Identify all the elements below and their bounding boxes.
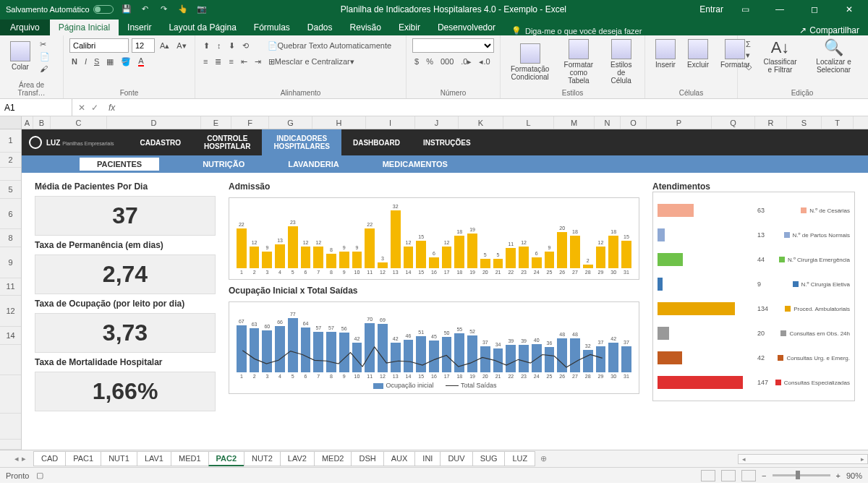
- nav-item-2[interactable]: INDICADORESHOSPITALARES: [262, 129, 341, 155]
- cancel-formula-icon[interactable]: ✕: [78, 103, 85, 113]
- sheet-tab-PAC1[interactable]: PAC1: [65, 451, 101, 466]
- page-layout-view-icon[interactable]: [721, 470, 736, 481]
- signin-link[interactable]: Entrar: [699, 4, 723, 14]
- format-painter-icon[interactable]: 🖌: [38, 64, 52, 74]
- sheet-tab-SUG[interactable]: SUG: [472, 451, 506, 466]
- cell-styles-button[interactable]: Estilos de Célula: [603, 38, 639, 86]
- zoom-slider[interactable]: [773, 474, 830, 476]
- ribbon-tab-2[interactable]: Layout da Página: [160, 20, 244, 35]
- sheet-tab-MED2[interactable]: MED2: [314, 451, 352, 466]
- sheet-tab-NUT1[interactable]: NUT1: [101, 451, 137, 466]
- subnav-item-1[interactable]: NUTRIÇÃO: [203, 160, 244, 168]
- col-header[interactable]: M: [554, 116, 595, 129]
- decrease-decimal-icon[interactable]: ◂.0: [477, 56, 492, 67]
- col-header[interactable]: E: [201, 116, 231, 129]
- fill-icon[interactable]: ▾: [744, 50, 754, 61]
- sheet-tab-LAV1[interactable]: LAV1: [137, 451, 171, 466]
- number-format-select[interactable]: [412, 38, 494, 53]
- sheet-tab-LUZ[interactable]: LUZ: [504, 451, 535, 466]
- decrease-font-icon[interactable]: A▾: [174, 40, 188, 51]
- tell-me[interactable]: 💡 Diga-me o que você deseja fazer: [511, 26, 642, 35]
- close-icon[interactable]: ✕: [836, 0, 862, 18]
- col-header[interactable]: T: [822, 116, 854, 129]
- row-header[interactable]: 12: [0, 296, 21, 326]
- zoom-out-icon[interactable]: −: [762, 471, 766, 480]
- row-header[interactable]: 14: [0, 327, 21, 345]
- nav-item-3[interactable]: DASHBOARD: [341, 129, 412, 155]
- ribbon-tab-5[interactable]: Revisão: [341, 20, 390, 35]
- row-header[interactable]: [0, 414, 21, 439]
- ribbon-options-icon[interactable]: ▭: [732, 0, 758, 18]
- wrap-text-button[interactable]: 📄 Quebrar Texto Automaticamente: [265, 40, 394, 51]
- decrease-indent-icon[interactable]: ⇤: [239, 56, 250, 67]
- col-header[interactable]: A: [22, 116, 33, 129]
- align-bottom-icon[interactable]: ⬇: [226, 40, 237, 51]
- col-header[interactable]: G: [269, 116, 312, 129]
- sheet-tab-MED1[interactable]: MED1: [171, 451, 209, 466]
- insert-cells-button[interactable]: Inserir: [651, 38, 680, 70]
- row-header[interactable]: 6: [0, 199, 21, 229]
- horizontal-scrollbar[interactable]: ◂▸: [738, 454, 868, 464]
- align-top-icon[interactable]: ⬆: [201, 40, 212, 51]
- fx-icon[interactable]: fx: [104, 103, 119, 113]
- align-right-icon[interactable]: ≡: [226, 56, 235, 67]
- increase-indent-icon[interactable]: ⇥: [252, 56, 263, 67]
- tab-next-icon[interactable]: ▸: [22, 454, 26, 463]
- share-button[interactable]: ↗ Compartilhar: [799, 25, 859, 35]
- ribbon-tab-3[interactable]: Fórmulas: [245, 20, 299, 35]
- file-tab[interactable]: Arquivo: [0, 20, 50, 35]
- ribbon-tab-6[interactable]: Exibir: [390, 20, 429, 35]
- row-header[interactable]: 2: [0, 153, 21, 168]
- col-header[interactable]: S: [787, 116, 822, 129]
- ribbon-tab-1[interactable]: Inserir: [119, 20, 160, 35]
- add-sheet-button[interactable]: ⊕: [535, 452, 553, 466]
- subnav-item-3[interactable]: MEDICAMENTOS: [383, 160, 448, 168]
- ribbon-tab-4[interactable]: Dados: [299, 20, 341, 35]
- sheet-tab-CAD[interactable]: CAD: [33, 451, 66, 466]
- row-header[interactable]: [0, 440, 21, 450]
- align-center-icon[interactable]: ≣: [213, 56, 224, 67]
- autosum-icon[interactable]: Σ: [744, 39, 754, 49]
- sheet-tab-AUX[interactable]: AUX: [383, 451, 416, 466]
- save-icon[interactable]: 💾: [121, 4, 132, 15]
- col-header[interactable]: Q: [712, 116, 755, 129]
- merge-button[interactable]: ⊞ Mesclar e Centralizar ▾: [266, 56, 357, 67]
- row-header[interactable]: [0, 375, 21, 414]
- row-header[interactable]: 5: [0, 181, 21, 199]
- subnav-item-2[interactable]: LAVANDERIA: [288, 160, 339, 168]
- sort-filter-button[interactable]: A↓Classificar e Filtrar: [757, 38, 804, 75]
- select-all-corner[interactable]: [0, 116, 22, 129]
- align-middle-icon[interactable]: ↕: [215, 40, 224, 51]
- row-header[interactable]: [0, 168, 21, 181]
- font-color-icon[interactable]: A: [136, 56, 145, 67]
- currency-icon[interactable]: $: [412, 56, 421, 67]
- paste-button[interactable]: Colar: [6, 38, 35, 74]
- col-header[interactable]: B: [33, 116, 51, 129]
- format-table-button[interactable]: Formatar como Tabela: [556, 38, 600, 86]
- nav-item-4[interactable]: INSTRUÇÕES: [412, 129, 482, 155]
- sheet-tab-INI[interactable]: INI: [414, 451, 441, 466]
- row-header[interactable]: 1: [0, 129, 21, 153]
- sheet-tab-PAC2[interactable]: PAC2: [208, 451, 245, 466]
- ribbon-tab-0[interactable]: Página Inicial: [50, 20, 119, 35]
- row-header[interactable]: 11: [0, 278, 21, 296]
- minimize-icon[interactable]: —: [767, 0, 793, 18]
- sheet-tab-LAV2[interactable]: LAV2: [280, 451, 315, 466]
- col-header[interactable]: P: [647, 116, 712, 129]
- maximize-icon[interactable]: ◻: [801, 0, 827, 18]
- row-header[interactable]: [0, 345, 21, 375]
- border-icon[interactable]: ▦: [104, 56, 116, 67]
- col-header[interactable]: C: [51, 116, 107, 129]
- comma-icon[interactable]: 000: [438, 56, 456, 67]
- orientation-icon[interactable]: ⟲: [240, 40, 251, 51]
- nav-item-0[interactable]: CADASTRO: [128, 129, 192, 155]
- copy-icon[interactable]: 📄: [38, 51, 52, 62]
- subnav-item-0[interactable]: PACIENTES: [80, 158, 159, 171]
- percent-icon[interactable]: %: [424, 56, 435, 67]
- bold-icon[interactable]: N: [69, 56, 80, 67]
- font-size-select[interactable]: [132, 38, 155, 53]
- delete-cells-button[interactable]: Excluir: [683, 38, 713, 70]
- increase-decimal-icon[interactable]: .0▸: [459, 56, 474, 67]
- tab-prev-icon[interactable]: ◂: [14, 454, 19, 463]
- col-header[interactable]: K: [459, 116, 503, 129]
